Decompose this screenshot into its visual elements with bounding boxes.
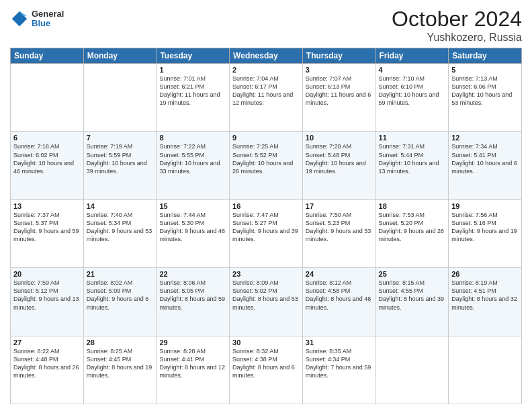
header-monday: Monday [83, 48, 157, 64]
cell-info-3-6: Sunrise: 8:19 AM Sunset: 4:51 PM Dayligh… [451, 279, 519, 312]
cell-2-3: 16Sunrise: 7:47 AM Sunset: 5:27 PM Dayli… [230, 199, 303, 267]
cell-info-0-5: Sunrise: 7:10 AM Sunset: 6:10 PM Dayligh… [379, 75, 446, 107]
cell-4-0: 27Sunrise: 8:22 AM Sunset: 4:48 PM Dayli… [11, 336, 84, 404]
header: General Blue October 2024 Yushkozero, Ru… [10, 7, 522, 44]
cell-1-1: 7Sunrise: 7:19 AM Sunset: 5:59 PM Daylig… [83, 132, 157, 199]
cell-3-3: 23Sunrise: 8:09 AM Sunset: 5:02 PM Dayli… [230, 268, 303, 336]
cell-1-2: 8Sunrise: 7:22 AM Sunset: 5:55 PM Daylig… [157, 132, 230, 199]
day-num-2-6: 19 [451, 202, 519, 210]
cell-info-2-2: Sunrise: 7:44 AM Sunset: 5:30 PM Dayligh… [159, 211, 226, 244]
day-num-2-4: 17 [306, 202, 373, 210]
month-title: October 2024 [392, 7, 522, 32]
page: General Blue October 2024 Yushkozero, Ru… [0, 0, 532, 411]
cell-info-0-2: Sunrise: 7:01 AM Sunset: 6:21 PM Dayligh… [159, 75, 226, 107]
cell-3-0: 20Sunrise: 7:59 AM Sunset: 5:12 PM Dayli… [11, 268, 84, 336]
day-num-2-2: 15 [159, 202, 226, 210]
cell-2-1: 14Sunrise: 7:40 AM Sunset: 5:34 PM Dayli… [83, 199, 157, 267]
day-num-0-5: 4 [379, 66, 446, 74]
cell-2-2: 15Sunrise: 7:44 AM Sunset: 5:30 PM Dayli… [157, 199, 230, 267]
logo-general-text: General [32, 9, 64, 19]
day-num-0-3: 2 [232, 66, 300, 74]
title-block: October 2024 Yushkozero, Russia [392, 7, 522, 44]
day-num-3-1: 21 [87, 270, 154, 278]
header-saturday: Saturday [449, 48, 522, 64]
cell-4-6 [449, 336, 522, 404]
day-num-1-2: 8 [159, 134, 226, 142]
day-num-2-1: 14 [87, 202, 154, 210]
day-num-3-6: 26 [451, 270, 519, 278]
day-num-3-5: 25 [379, 270, 446, 278]
cell-2-6: 19Sunrise: 7:56 AM Sunset: 5:16 PM Dayli… [449, 199, 522, 267]
cell-0-1 [83, 64, 157, 132]
svg-marker-0 [12, 11, 27, 26]
cell-info-1-5: Sunrise: 7:31 AM Sunset: 5:44 PM Dayligh… [379, 142, 446, 175]
day-num-1-1: 7 [87, 134, 154, 142]
cell-0-0 [11, 64, 84, 132]
cell-4-4: 31Sunrise: 8:35 AM Sunset: 4:34 PM Dayli… [302, 336, 375, 404]
week-row-4: 27Sunrise: 8:22 AM Sunset: 4:48 PM Dayli… [11, 336, 522, 404]
cell-2-5: 18Sunrise: 7:53 AM Sunset: 5:20 PM Dayli… [375, 199, 449, 267]
day-num-3-4: 24 [306, 270, 373, 278]
logo-icon [10, 9, 29, 28]
cell-info-3-4: Sunrise: 8:12 AM Sunset: 4:58 PM Dayligh… [306, 279, 373, 312]
day-num-4-4: 31 [306, 338, 373, 347]
cell-4-1: 28Sunrise: 8:25 AM Sunset: 4:45 PM Dayli… [83, 336, 157, 404]
day-num-3-3: 23 [232, 270, 300, 278]
week-row-1: 6Sunrise: 7:16 AM Sunset: 6:02 PM Daylig… [11, 132, 522, 199]
location-title: Yushkozero, Russia [392, 32, 522, 44]
cell-4-2: 29Sunrise: 8:28 AM Sunset: 4:41 PM Dayli… [157, 336, 230, 404]
cell-info-1-1: Sunrise: 7:19 AM Sunset: 5:59 PM Dayligh… [87, 142, 154, 175]
cell-0-4: 3Sunrise: 7:07 AM Sunset: 6:13 PM Daylig… [302, 64, 375, 132]
cell-4-3: 30Sunrise: 8:32 AM Sunset: 4:38 PM Dayli… [230, 336, 303, 404]
cell-info-2-0: Sunrise: 7:37 AM Sunset: 5:37 PM Dayligh… [13, 211, 81, 244]
header-thursday: Thursday [302, 48, 375, 64]
day-num-1-0: 6 [13, 134, 81, 142]
cell-4-5 [375, 336, 449, 404]
cell-info-0-6: Sunrise: 7:13 AM Sunset: 6:06 PM Dayligh… [451, 75, 519, 107]
header-wednesday: Wednesday [230, 48, 303, 64]
day-num-3-0: 20 [13, 270, 81, 278]
logo-text: General Blue [32, 9, 64, 29]
cell-1-4: 10Sunrise: 7:28 AM Sunset: 5:48 PM Dayli… [302, 132, 375, 199]
cell-info-4-2: Sunrise: 8:28 AM Sunset: 4:41 PM Dayligh… [159, 347, 226, 380]
cell-3-6: 26Sunrise: 8:19 AM Sunset: 4:51 PM Dayli… [449, 268, 522, 336]
header-sunday: Sunday [11, 48, 84, 64]
day-num-0-4: 3 [306, 66, 373, 74]
cell-info-4-0: Sunrise: 8:22 AM Sunset: 4:48 PM Dayligh… [13, 347, 81, 380]
cell-info-1-0: Sunrise: 7:16 AM Sunset: 6:02 PM Dayligh… [13, 142, 81, 175]
cell-info-4-3: Sunrise: 8:32 AM Sunset: 4:38 PM Dayligh… [232, 347, 300, 380]
day-num-2-3: 16 [232, 202, 300, 210]
cell-info-2-4: Sunrise: 7:50 AM Sunset: 5:23 PM Dayligh… [306, 211, 373, 244]
cell-info-2-3: Sunrise: 7:47 AM Sunset: 5:27 PM Dayligh… [232, 211, 300, 244]
cell-0-3: 2Sunrise: 7:04 AM Sunset: 6:17 PM Daylig… [230, 64, 303, 132]
cell-1-5: 11Sunrise: 7:31 AM Sunset: 5:44 PM Dayli… [375, 132, 449, 199]
cell-info-1-3: Sunrise: 7:25 AM Sunset: 5:52 PM Dayligh… [232, 142, 300, 175]
calendar-table: Sunday Monday Tuesday Wednesday Thursday… [10, 48, 522, 404]
cell-2-4: 17Sunrise: 7:50 AM Sunset: 5:23 PM Dayli… [302, 199, 375, 267]
cell-info-1-6: Sunrise: 7:34 AM Sunset: 5:41 PM Dayligh… [451, 142, 519, 175]
day-num-1-4: 10 [306, 134, 373, 142]
day-num-1-3: 9 [232, 134, 300, 142]
cell-0-6: 5Sunrise: 7:13 AM Sunset: 6:06 PM Daylig… [449, 64, 522, 132]
weekday-header-row: Sunday Monday Tuesday Wednesday Thursday… [11, 48, 522, 64]
day-num-2-0: 13 [13, 202, 81, 210]
cell-3-5: 25Sunrise: 8:15 AM Sunset: 4:55 PM Dayli… [375, 268, 449, 336]
day-num-1-6: 12 [451, 134, 519, 142]
cell-info-3-1: Sunrise: 8:02 AM Sunset: 5:09 PM Dayligh… [87, 279, 154, 312]
cell-info-4-1: Sunrise: 8:25 AM Sunset: 4:45 PM Dayligh… [87, 347, 154, 380]
day-num-1-5: 11 [379, 134, 446, 142]
logo: General Blue [10, 9, 64, 29]
cell-0-2: 1Sunrise: 7:01 AM Sunset: 6:21 PM Daylig… [157, 64, 230, 132]
day-num-4-2: 29 [159, 338, 226, 347]
cell-info-4-4: Sunrise: 8:35 AM Sunset: 4:34 PM Dayligh… [306, 347, 373, 380]
cell-info-1-2: Sunrise: 7:22 AM Sunset: 5:55 PM Dayligh… [159, 142, 226, 175]
cell-info-3-0: Sunrise: 7:59 AM Sunset: 5:12 PM Dayligh… [13, 279, 81, 312]
cell-info-3-3: Sunrise: 8:09 AM Sunset: 5:02 PM Dayligh… [232, 279, 300, 312]
header-tuesday: Tuesday [157, 48, 230, 64]
day-num-3-2: 22 [159, 270, 226, 278]
week-row-2: 13Sunrise: 7:37 AM Sunset: 5:37 PM Dayli… [11, 199, 522, 267]
day-num-0-6: 5 [451, 66, 519, 74]
logo-blue-text: Blue [32, 19, 64, 28]
cell-3-1: 21Sunrise: 8:02 AM Sunset: 5:09 PM Dayli… [83, 268, 157, 336]
cell-info-3-2: Sunrise: 8:06 AM Sunset: 5:05 PM Dayligh… [159, 279, 226, 312]
